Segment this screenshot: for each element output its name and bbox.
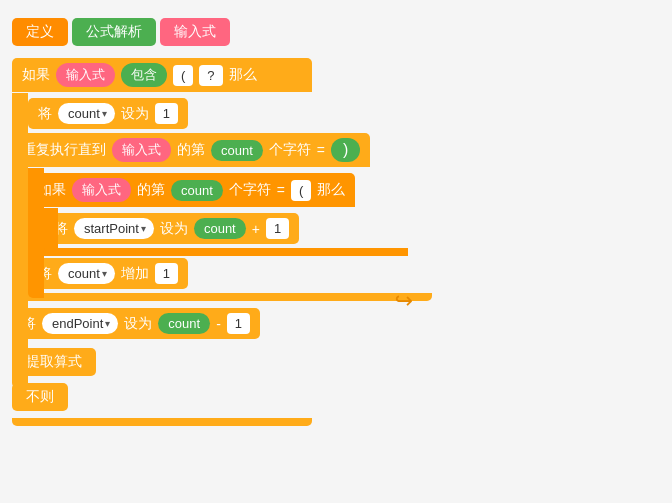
input-pill-inner: 输入式 xyxy=(72,178,131,202)
repeat-bottom-bar xyxy=(12,293,432,301)
count-ep-pill: count xyxy=(158,313,210,334)
de-label-inner: 的第 xyxy=(137,181,165,199)
char-label-1: 个字符 xyxy=(269,141,311,159)
de-label: 的第 xyxy=(177,141,205,159)
then-label-1: 那么 xyxy=(229,66,257,84)
curved-arrow: ↩ xyxy=(395,288,413,314)
set-endpoint-block: 将 endPoint 设为 count - 1 xyxy=(12,308,260,339)
tab-define[interactable]: 定义 xyxy=(12,18,68,46)
value-inc: 1 xyxy=(155,263,178,284)
input-pill-1: 输入式 xyxy=(56,63,115,87)
if-label-1: 如果 xyxy=(22,66,50,84)
input-pill-2: 输入式 xyxy=(112,138,171,162)
minus-label: - xyxy=(216,316,221,332)
inc-label: 增加 xyxy=(121,265,149,283)
count-sp-pill: count xyxy=(194,218,246,239)
repeat-until-block: 重复执行直到 输入式 的第 count 个字符 = ) xyxy=(12,133,370,167)
count-green-pill-1: count xyxy=(211,140,263,161)
then-label-inner: 那么 xyxy=(317,181,345,199)
set-count-block: 将 count 设为 1 xyxy=(28,98,188,129)
set-startpoint-block: 将 startPoint 设为 count + 1 xyxy=(44,213,299,244)
plus-label: + xyxy=(252,221,260,237)
else-label: 不则 xyxy=(26,388,54,406)
eq-label-1: = xyxy=(317,142,325,158)
count-inner-pill: count xyxy=(171,180,223,201)
set-label-1: 将 xyxy=(38,105,52,123)
char-label-inner: 个字符 xyxy=(229,181,271,199)
if-block-inner-top: 如果 输入式 的第 count 个字符 = ( 那么 xyxy=(28,173,355,207)
tab-formula[interactable]: 公式解析 xyxy=(72,18,156,46)
contains-pill: 包含 xyxy=(121,63,167,87)
count-dropdown-1[interactable]: count xyxy=(58,103,115,124)
if-block-1-left-border xyxy=(12,93,28,388)
tab-input[interactable]: 输入式 xyxy=(160,18,230,46)
eq-inner: = xyxy=(277,182,285,198)
tab-row: 定义 公式解析 输入式 xyxy=(12,18,230,46)
to-label-ep: 设为 xyxy=(124,315,152,333)
open-paren-white: ( xyxy=(291,180,311,201)
paren-pill: ( xyxy=(173,65,193,86)
if-inner-left-border xyxy=(44,208,58,253)
startpoint-dropdown[interactable]: startPoint xyxy=(74,218,154,239)
endpoint-dropdown[interactable]: endPoint xyxy=(42,313,118,334)
repeat-left-border xyxy=(28,168,44,298)
close-paren-pill: ) xyxy=(331,138,360,162)
question-pill: ? xyxy=(199,65,222,86)
if-block-1-top: 如果 输入式 包含 ( ? 那么 xyxy=(12,58,312,92)
if-inner-bottom-bar xyxy=(28,248,408,256)
to-label-1: 设为 xyxy=(121,105,149,123)
scratch-canvas: 定义 公式解析 输入式 如果 输入式 包含 ( ? 那么 将 count 设为 xyxy=(0,0,672,503)
value-1: 1 xyxy=(155,103,178,124)
value-sp: 1 xyxy=(266,218,289,239)
extract-label: 提取算式 xyxy=(26,353,82,371)
if-block-1-bottom xyxy=(12,418,312,426)
value-ep: 1 xyxy=(227,313,250,334)
to-label-sp: 设为 xyxy=(160,220,188,238)
set-count-inc-block: 将 count 增加 1 xyxy=(28,258,188,289)
count-dropdown-inc[interactable]: count xyxy=(58,263,115,284)
repeat-label: 重复执行直到 xyxy=(22,141,106,159)
